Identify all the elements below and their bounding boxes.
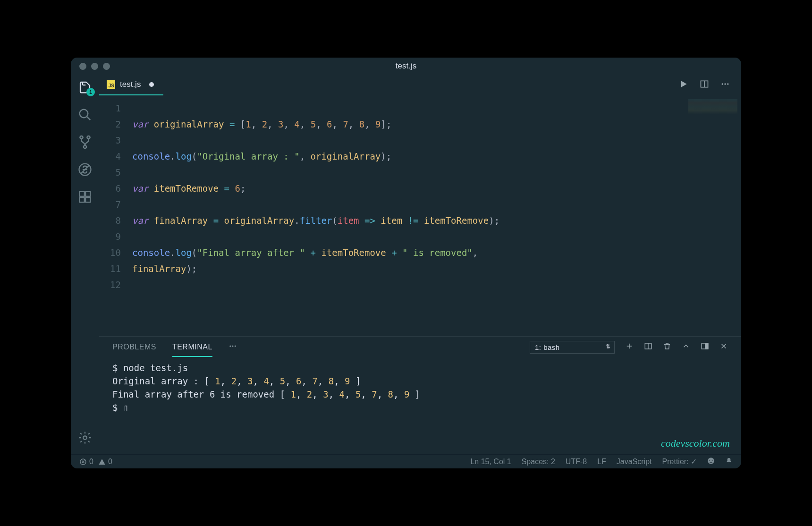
debug-disabled-icon[interactable] xyxy=(78,162,92,177)
watermark: codevscolor.com xyxy=(661,437,730,450)
maximize-window-button[interactable] xyxy=(103,63,110,70)
kill-terminal-icon[interactable] xyxy=(663,342,671,352)
window-controls xyxy=(71,63,110,70)
main-area: JS test.js 123456789101112 var originalA… xyxy=(99,75,741,454)
split-terminal-icon[interactable] xyxy=(644,342,652,352)
run-icon[interactable] xyxy=(679,79,688,91)
status-warnings[interactable]: 0 xyxy=(98,458,112,466)
svg-point-31 xyxy=(708,458,714,464)
status-formatter[interactable]: Prettier: ✓ xyxy=(662,457,697,466)
split-editor-icon[interactable] xyxy=(700,79,709,91)
window-title: test.js xyxy=(396,61,416,71)
svg-rect-10 xyxy=(85,197,90,202)
status-indentation[interactable]: Spaces: 2 xyxy=(522,458,555,466)
status-cursor-position[interactable]: Ln 15, Col 1 xyxy=(470,458,511,466)
extensions-icon[interactable] xyxy=(78,190,92,204)
tab-label: test.js xyxy=(120,80,141,89)
feedback-icon[interactable] xyxy=(707,457,715,467)
search-icon[interactable] xyxy=(78,108,92,122)
close-window-button[interactable] xyxy=(79,63,86,70)
modified-indicator-icon xyxy=(149,82,154,87)
svg-point-32 xyxy=(709,459,710,460)
notifications-bell-icon[interactable] xyxy=(725,457,733,467)
svg-point-3 xyxy=(87,136,90,139)
editor-tabs: JS test.js xyxy=(99,75,741,95)
explorer-icon[interactable]: 1 xyxy=(78,80,92,94)
code-editor[interactable]: 123456789101112 var originalArray = [1, … xyxy=(99,95,741,336)
source-control-icon[interactable] xyxy=(78,135,92,149)
maximize-panel-icon[interactable] xyxy=(682,342,690,352)
panel-tabs: PROBLEMS TERMINAL 1: bash xyxy=(99,337,741,357)
editor-window: test.js 1 xyxy=(71,58,741,468)
svg-rect-8 xyxy=(85,192,90,196)
status-errors[interactable]: 0 xyxy=(79,458,93,466)
svg-point-18 xyxy=(232,346,233,347)
svg-point-15 xyxy=(724,83,726,85)
terminal-select[interactable]: 1: bash xyxy=(530,341,615,354)
explorer-badge: 1 xyxy=(86,88,95,96)
svg-point-4 xyxy=(84,145,86,148)
svg-point-11 xyxy=(83,436,87,440)
tab-test-js[interactable]: JS test.js xyxy=(99,75,163,95)
terminal-output[interactable]: $ node test.jsOriginal array : [ 1, 2, 3… xyxy=(99,357,741,454)
status-encoding[interactable]: UTF-8 xyxy=(566,458,587,466)
more-actions-icon[interactable] xyxy=(720,79,730,91)
line-gutter: 123456789101112 xyxy=(99,95,132,336)
panel-layout-icon[interactable] xyxy=(701,342,709,352)
status-language[interactable]: JavaScript xyxy=(617,458,652,466)
svg-point-0 xyxy=(80,110,88,118)
status-bar: 0 0 Ln 15, Col 1 Spaces: 2 UTF-8 LF Java… xyxy=(71,454,741,468)
svg-point-2 xyxy=(80,136,83,139)
svg-rect-7 xyxy=(80,192,85,196)
code-content[interactable]: var originalArray = [1, 2, 3, 4, 5, 6, 7… xyxy=(132,95,685,336)
status-eol[interactable]: LF xyxy=(597,458,606,466)
panel-tab-problems[interactable]: PROBLEMS xyxy=(112,343,156,351)
js-file-icon: JS xyxy=(107,80,115,89)
activity-bar: 1 xyxy=(71,75,99,454)
settings-gear-icon[interactable] xyxy=(78,431,92,445)
bottom-panel: PROBLEMS TERMINAL 1: bash $ node test.js… xyxy=(99,336,741,454)
svg-line-1 xyxy=(87,117,91,120)
panel-tab-terminal[interactable]: TERMINAL xyxy=(172,343,212,357)
editor-actions xyxy=(679,75,741,95)
svg-point-33 xyxy=(712,459,713,460)
close-panel-icon[interactable] xyxy=(719,342,728,352)
svg-line-6 xyxy=(81,165,89,174)
svg-rect-9 xyxy=(80,197,85,202)
svg-point-16 xyxy=(727,83,728,85)
window-body: 1 JS test.js xyxy=(71,75,741,454)
minimap[interactable] xyxy=(685,95,741,336)
svg-rect-25 xyxy=(705,343,708,349)
titlebar: test.js xyxy=(71,58,741,75)
panel-more-icon[interactable] xyxy=(228,342,237,352)
minimize-window-button[interactable] xyxy=(91,63,98,70)
svg-point-19 xyxy=(235,346,236,347)
svg-point-17 xyxy=(229,346,231,347)
svg-point-14 xyxy=(722,83,723,85)
new-terminal-icon[interactable] xyxy=(625,342,634,352)
